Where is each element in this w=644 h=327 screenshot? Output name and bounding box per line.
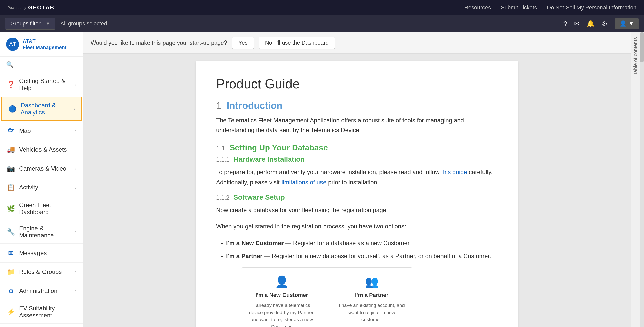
nav-label-cameras: Cameras & Video [19, 165, 75, 172]
partner-card-desc: I have an existing account, and want to … [338, 302, 406, 327]
right-scrollbar[interactable] [640, 32, 644, 327]
logo-area: Powered by GEOTAB [8, 4, 54, 11]
section-1-1-label: Setting Up Your Database [230, 143, 328, 152]
sidebar-item-messages[interactable]: ✉ Messages [0, 244, 83, 263]
section-1-num: 1 [216, 100, 221, 111]
software-setup-body2: When you get started in the registration… [216, 221, 498, 232]
nav-list: ❓ Getting Started & Help › 🔵 Dashboard &… [0, 73, 83, 327]
nav-chevron-administration: › [75, 288, 77, 294]
brand-name: AT&T Fleet Management [23, 38, 66, 50]
limitations-link[interactable]: limitations of use [281, 179, 327, 186]
nav-icon-cameras: 📷 [6, 164, 16, 173]
settings-icon[interactable]: ⚙ [602, 20, 608, 28]
or-divider: or [322, 308, 332, 314]
doc-title: Product Guide [216, 76, 498, 91]
brand-subtitle: Fleet Management [23, 44, 66, 50]
document-area: Product Guide 1 Introduction The Telemat… [83, 54, 631, 327]
use-dashboard-button[interactable]: No, I'll use the Dashboard [259, 37, 335, 49]
section-1-1-num: 1.1 [216, 144, 225, 152]
top-bar: Powered by GEOTAB Resources Submit Ticke… [0, 0, 644, 15]
nav-icon-messages: ✉ [6, 248, 16, 258]
sidebar-item-rules[interactable]: 📁 Rules & Groups › [0, 263, 83, 281]
user-icon: 👤 [620, 20, 626, 27]
toc-label[interactable]: Table of contents [633, 37, 638, 75]
nav-label-getting-started: Getting Started & Help [19, 77, 75, 92]
scrollbar-thumb[interactable] [640, 32, 644, 62]
section-1-1-2-num: 1.1.2 [216, 194, 229, 201]
startup-bar: Would you like to make this page your st… [83, 32, 631, 54]
nav-label-ev-suitability: EV Suitability Assessment [19, 305, 77, 319]
nav-chevron-map: › [75, 128, 77, 134]
help-icon[interactable]: ? [564, 20, 567, 28]
partner-card: 👥 I'm a Partner I have an existing accou… [332, 268, 412, 327]
customer-cards: 👤 I'm a New Customer I already have a te… [241, 267, 412, 327]
nav-label-messages: Messages [19, 250, 77, 257]
new-customer-bold: I'm a New Customer [226, 240, 284, 247]
groups-bar: Groups filter ▼ All groups selected ? ✉ … [0, 15, 644, 32]
software-setup-body1: Now create a database for your fleet usi… [216, 205, 498, 215]
sidebar-item-geotab-roadside[interactable]: 🛣 Geotab Roadside [0, 324, 83, 327]
yes-button[interactable]: Yes [232, 37, 254, 49]
nav-label-engine: Engine & Maintenance [19, 225, 75, 239]
user-button[interactable]: 👤 ▼ [615, 18, 639, 29]
groups-filter-chevron-icon: ▼ [46, 21, 50, 26]
new-customer-rest: — Register for a database as a new Custo… [284, 240, 411, 247]
sidebar: AT AT&T Fleet Management 🔍 ❓ Getting Sta… [0, 32, 83, 327]
main-content-area: Would you like to make this page your st… [83, 32, 631, 327]
nav-chevron-cameras: › [75, 166, 77, 171]
section-1-1-1-heading: 1.1.1 Hardware Installation [216, 155, 498, 164]
nav-label-map: Map [19, 127, 75, 134]
section-1-1-1-body: To prepare for, perform and verify your … [216, 167, 498, 188]
toc-panel: Table of contents [631, 32, 640, 327]
nav-icon-engine: 🔧 [6, 227, 16, 237]
section-1-heading: 1 Introduction [216, 100, 498, 111]
nav-label-green-fleet: Green Fleet Dashboard [19, 201, 77, 216]
all-groups-text: All groups selected [60, 20, 107, 27]
nav-icon-green-fleet: 🌿 [6, 204, 16, 213]
nav-icon-ev-suitability: ⚡ [6, 307, 16, 317]
sidebar-item-activity[interactable]: 📋 Activity › [0, 178, 83, 197]
nav-icon-getting-started: ❓ [6, 80, 16, 89]
mail-icon[interactable]: ✉ [574, 20, 580, 28]
this-guide-link[interactable]: this guide [441, 169, 467, 175]
search-button[interactable]: 🔍 [0, 57, 83, 73]
partner-rest: — Register for a new database for yourse… [262, 253, 491, 259]
sidebar-item-vehicles[interactable]: 🚚 Vehicles & Assets [0, 140, 83, 159]
partner-bold: I'm a Partner [226, 253, 262, 259]
section-1-label: Introduction [227, 100, 283, 111]
partner-card-title: I'm a Partner [355, 292, 388, 298]
partner-icon: 👥 [365, 275, 379, 288]
geotab-logo: GEOTAB [28, 4, 54, 11]
nav-icon-dashboard: 🔵 [8, 104, 17, 114]
sidebar-item-dashboard[interactable]: 🔵 Dashboard & Analytics › [1, 97, 82, 121]
top-bar-icons: ? ✉ 🔔 ⚙ 👤 ▼ [564, 18, 639, 29]
options-list: I'm a New Customer — Register for a data… [226, 238, 498, 261]
sidebar-item-ev-suitability[interactable]: ⚡ EV Suitability Assessment [0, 300, 83, 324]
main-layout: AT AT&T Fleet Management 🔍 ❓ Getting Sta… [0, 32, 644, 327]
sidebar-item-engine[interactable]: 🔧 Engine & Maintenance › [0, 220, 83, 244]
nav-label-vehicles: Vehicles & Assets [19, 146, 77, 153]
user-chevron-icon: ▼ [628, 20, 634, 27]
sidebar-item-administration[interactable]: ⚙ Administration › [0, 281, 83, 300]
sidebar-item-getting-started[interactable]: ❓ Getting Started & Help › [0, 73, 83, 96]
new-customer-card-title: I'm a New Customer [255, 292, 308, 298]
section-1-1-1-num: 1.1.1 [216, 156, 229, 163]
resources-link[interactable]: Resources [464, 4, 491, 11]
nav-chevron-engine: › [75, 229, 77, 235]
new-customer-card-desc: I already have a telematics device provi… [248, 302, 316, 327]
nav-label-dashboard: Dashboard & Analytics [21, 102, 74, 116]
search-icon: 🔍 [6, 61, 14, 68]
new-customer-card: 👤 I'm a New Customer I already have a te… [242, 268, 322, 327]
sidebar-item-cameras[interactable]: 📷 Cameras & Video › [0, 159, 83, 178]
bell-icon[interactable]: 🔔 [587, 20, 595, 28]
sidebar-item-map[interactable]: 🗺 Map › [0, 121, 83, 140]
sidebar-item-green-fleet[interactable]: 🌿 Green Fleet Dashboard [0, 197, 83, 220]
do-not-sell-link[interactable]: Do Not Sell My Personal Information [547, 4, 636, 11]
section-1-1-2-label: Software Setup [233, 193, 285, 201]
hardware-body-prefix: To prepare for, perform and verify your … [216, 169, 441, 175]
nav-chevron-dashboard: › [74, 106, 75, 112]
groups-filter-button[interactable]: Groups filter ▼ [5, 18, 55, 30]
nav-icon-rules: 📁 [6, 267, 16, 277]
submit-tickets-link[interactable]: Submit Tickets [501, 4, 537, 11]
nav-icon-map: 🗺 [6, 126, 16, 136]
